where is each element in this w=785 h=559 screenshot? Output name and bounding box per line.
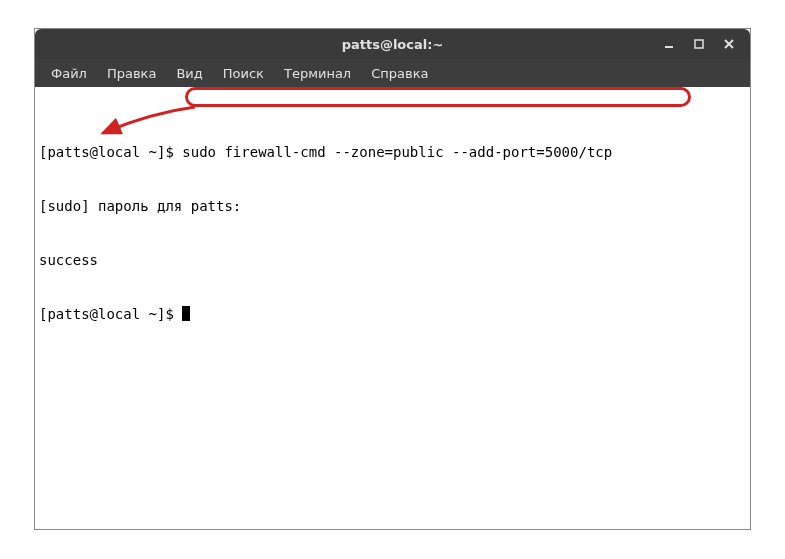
menubar: Файл Правка Вид Поиск Терминал Справка — [35, 59, 750, 87]
prompt: [patts@local ~]$ — [39, 306, 182, 322]
titlebar[interactable]: patts@local:~ — [35, 29, 750, 59]
highlight-annotation — [185, 87, 691, 107]
terminal-line-3: [patts@local ~]$ — [39, 305, 746, 323]
highlight-shadow — [188, 91, 694, 111]
terminal-window: patts@local:~ Файл Правка Вид Поиск Терм… — [34, 28, 751, 530]
cursor — [182, 306, 190, 321]
menu-terminal[interactable]: Терминал — [274, 62, 361, 85]
window-controls — [654, 29, 744, 59]
menu-help[interactable]: Справка — [361, 62, 438, 85]
terminal-line-0: [patts@local ~]$ sudo firewall-cmd --zon… — [39, 143, 746, 161]
menu-file[interactable]: Файл — [41, 62, 97, 85]
menu-search[interactable]: Поиск — [213, 62, 274, 85]
close-button[interactable] — [714, 29, 744, 59]
terminal-line-2: success — [39, 251, 746, 269]
minimize-button[interactable] — [654, 29, 684, 59]
menu-view[interactable]: Вид — [166, 62, 212, 85]
command-text: sudo firewall-cmd --zone=public --add-po… — [182, 144, 612, 160]
window-title: patts@local:~ — [342, 37, 444, 52]
arrow-annotation — [95, 105, 205, 145]
menu-edit[interactable]: Правка — [97, 62, 166, 85]
svg-rect-1 — [695, 40, 703, 48]
maximize-button[interactable] — [684, 29, 714, 59]
terminal-line-1: [sudo] пароль для patts: — [39, 197, 746, 215]
prompt: [patts@local ~]$ — [39, 144, 182, 160]
terminal-body[interactable]: [patts@local ~]$ sudo firewall-cmd --zon… — [35, 87, 750, 529]
